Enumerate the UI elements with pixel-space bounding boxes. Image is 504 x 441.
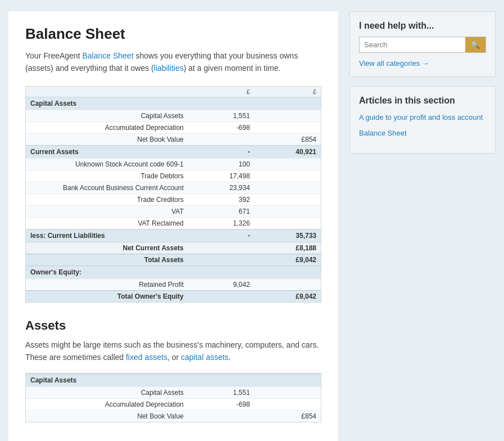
- articles-box: Articles in this section A guide to your…: [349, 86, 496, 154]
- col-header-val2: £: [255, 87, 321, 97]
- mini-bs-table: Capital AssetsCapital Assets1,551Accumul…: [26, 374, 321, 422]
- bs-data-row: Trade Creditors392: [26, 194, 321, 205]
- row-val2: [255, 122, 321, 133]
- bs-section-row: less: Current Liabilities-35,733: [26, 229, 321, 242]
- total-val1: [188, 290, 255, 302]
- capital-assets-link[interactable]: capital assets: [181, 353, 229, 362]
- total-label: Total Owner's Equity: [26, 290, 188, 302]
- row-val1: 392: [188, 194, 255, 205]
- row-label: Net Book Value: [26, 133, 188, 145]
- row-val2: [255, 278, 321, 290]
- section-val2: 40,921: [255, 145, 321, 158]
- row-val2: [255, 170, 321, 182]
- bs-subtotal-row: Net Current Assets£8,188: [26, 242, 321, 254]
- section-label: less: Current Liabilities: [26, 229, 188, 242]
- section-label: Capital Assets: [26, 97, 321, 110]
- assets-text3: .: [229, 353, 231, 362]
- mini-data-row: Capital Assets1,551: [26, 386, 321, 398]
- row-val1: 9,042: [188, 278, 255, 290]
- mini-capital-assets-table: Capital AssetsCapital Assets1,551Accumul…: [25, 373, 321, 422]
- row-label: Accumulated Depreciation: [26, 122, 188, 133]
- assets-text2: , or: [167, 353, 181, 362]
- intro-text-after: ) at a given moment in time.: [184, 64, 281, 73]
- intro-text-before: Your FreeAgent: [25, 51, 82, 60]
- row-val1: 23,934: [188, 182, 255, 194]
- row-val2: £854: [255, 133, 321, 145]
- bs-total-row: Total Owner's Equity£9,042: [26, 290, 321, 302]
- row-val1: 671: [188, 205, 255, 217]
- sidebar: I need help with... 🔍 View all categorie…: [349, 11, 496, 441]
- row-val1: 17,498: [188, 170, 255, 182]
- main-content: Balance Sheet Your FreeAgent Balance She…: [8, 11, 338, 441]
- section-label: Owner's Equity:: [26, 266, 321, 278]
- subtotal-val1: [188, 242, 255, 254]
- row-val2: [255, 182, 321, 194]
- row-val1: 1,326: [188, 217, 255, 229]
- search-button[interactable]: 🔍: [465, 37, 485, 52]
- bs-section-row: Owner's Equity:: [26, 266, 321, 278]
- col-header-empty: [26, 87, 188, 97]
- subtotal-label: Net Current Assets: [26, 242, 188, 254]
- subtotal-val2: £8,188: [255, 242, 321, 254]
- bs-section-row: Current Assets-40,921: [26, 145, 321, 158]
- row-val1: 100: [188, 158, 255, 170]
- balance-sheet-link[interactable]: Balance Sheet: [82, 51, 133, 60]
- row-val2: [255, 194, 321, 205]
- row-val2: [255, 217, 321, 229]
- section-val1: -: [188, 229, 255, 242]
- section-label: Current Assets: [26, 145, 188, 158]
- articles-links: A guide to your profit and loss accountB…: [359, 112, 486, 138]
- bs-table: £ £ Capital AssetsCapital Assets1,551Acc…: [26, 87, 321, 302]
- row-val1: [188, 133, 255, 145]
- search-input[interactable]: [360, 37, 465, 52]
- search-wrapper: 🔍: [359, 37, 486, 53]
- bs-data-row: VAT Reclaimed1,326: [26, 217, 321, 229]
- row-label: Unknown Stock Account code 609-1: [26, 158, 188, 170]
- mini-data-row: Net Book Value£854: [26, 410, 321, 422]
- row-label: Trade Creditors: [26, 194, 188, 205]
- mini-row-label: Capital Assets: [26, 386, 188, 398]
- article-link-1[interactable]: Balance Sheet: [359, 128, 486, 138]
- page-title: Balance Sheet: [25, 25, 321, 43]
- mini-row-label: Accumulated Depreciation: [26, 398, 188, 410]
- total-val2: £9,042: [255, 254, 321, 266]
- liabilities-link[interactable]: liabilities: [154, 64, 184, 73]
- assets-paragraph: Assets might be large items such as the …: [25, 339, 321, 364]
- row-val1: -698: [188, 122, 255, 133]
- row-label: Bank Account Business Current Account: [26, 182, 188, 194]
- row-label: Capital Assets: [26, 110, 188, 122]
- row-val2: [255, 158, 321, 170]
- mini-row-val1: 1,551: [188, 386, 255, 398]
- row-label: VAT: [26, 205, 188, 217]
- section-val1: -: [188, 145, 255, 158]
- article-link-0[interactable]: A guide to your profit and loss account: [359, 112, 486, 123]
- mini-row-val2: [255, 398, 321, 410]
- help-box: I need help with... 🔍 View all categorie…: [349, 11, 496, 77]
- bs-data-row: Net Book Value£854: [26, 133, 321, 145]
- mini-section-row: Capital Assets: [26, 374, 321, 386]
- articles-box-title: Articles in this section: [359, 96, 486, 106]
- col-header-row: £ £: [26, 87, 321, 97]
- total-val1: [188, 254, 255, 266]
- row-label: VAT Reclaimed: [26, 217, 188, 229]
- col-header-val1: £: [188, 87, 255, 97]
- bs-data-row: VAT671: [26, 205, 321, 217]
- bs-data-row: Trade Debtors17,498: [26, 170, 321, 182]
- row-label: Trade Debtors: [26, 170, 188, 182]
- bs-section-row: Capital Assets: [26, 97, 321, 110]
- section-val2: 35,733: [255, 229, 321, 242]
- bs-data-row: Unknown Stock Account code 609-1100: [26, 158, 321, 170]
- mini-row-val1: -698: [188, 398, 255, 410]
- row-val2: [255, 205, 321, 217]
- page-wrapper: Balance Sheet Your FreeAgent Balance She…: [0, 0, 504, 441]
- bs-data-row: Bank Account Business Current Account23,…: [26, 182, 321, 194]
- view-all-categories-link[interactable]: View all categories →: [359, 59, 429, 68]
- mini-row-label: Net Book Value: [26, 410, 188, 422]
- mini-data-row: Accumulated Depreciation-698: [26, 398, 321, 410]
- row-val2: [255, 110, 321, 122]
- mini-row-val2: [255, 386, 321, 398]
- bs-total-row: Total Assets£9,042: [26, 254, 321, 266]
- fixed-assets-link[interactable]: fixed assets: [126, 353, 167, 362]
- bs-data-row: Retained Profit9,042: [26, 278, 321, 290]
- balance-sheet-table: £ £ Capital AssetsCapital Assets1,551Acc…: [25, 86, 321, 303]
